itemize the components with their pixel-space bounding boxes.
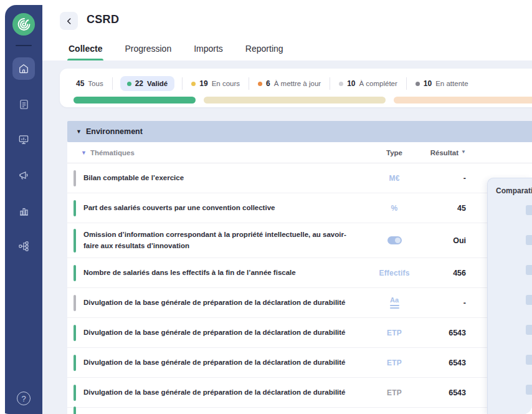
filter-label: À mettre à jour (274, 80, 321, 87)
filter-bar: 45 Tous 22 Validé 19 En cours (75, 76, 532, 91)
filter-label: En attente (435, 80, 468, 87)
result-cell: 456 (453, 269, 466, 277)
page-title: CSRD (87, 13, 119, 26)
row-label: Divulgation de la base générale de prépa… (76, 292, 369, 314)
progress-bar (74, 97, 532, 104)
tab-progression[interactable]: Progression (123, 39, 173, 60)
status-dot-orange (258, 82, 262, 86)
megaphone-icon (17, 169, 30, 181)
filter-en-attente[interactable]: 10 En attente (414, 77, 470, 90)
filter-divider (330, 77, 330, 90)
progress-segment-en-cours (204, 97, 386, 104)
skeleton-block (526, 235, 532, 245)
filter-count: 10 (347, 79, 355, 88)
row-label: Nombre de salariés dans les effectifs à … (76, 262, 369, 284)
progress-segment-a-mettre-a-jour (394, 97, 532, 104)
row-label: Divulgation de la base générale de prépa… (76, 352, 369, 373)
filter-en-cours[interactable]: 19 En cours (190, 77, 241, 90)
chevron-left-icon (65, 17, 74, 26)
status-dot-yellow (191, 82, 196, 86)
type-cell: % (391, 204, 398, 213)
skeleton-block (526, 355, 532, 365)
filter-divider (112, 77, 113, 90)
filter-divider (249, 77, 249, 90)
app-logo[interactable] (12, 12, 36, 36)
result-cell: - (463, 299, 466, 307)
type-cell: ETP (387, 329, 402, 337)
home-icon (17, 62, 30, 75)
row-label: Divulgation de la base générale de prépa… (76, 382, 369, 403)
tab-collecte[interactable]: Collecte (67, 39, 103, 60)
tab-reporting[interactable]: Reporting (244, 39, 285, 60)
progress-segment-valide (74, 97, 196, 104)
leaf-spiral-logo (12, 12, 36, 36)
tab-bar: Collecte Progression Imports Reporting (67, 39, 285, 60)
sidebar-item-announcements[interactable] (12, 164, 35, 186)
status-card: 45 Tous 22 Validé 19 En cours (60, 69, 532, 107)
sidebar-item-organization[interactable] (12, 235, 35, 258)
result-cell: - (463, 174, 466, 183)
filter-count: 10 (424, 79, 432, 88)
type-cell: M€ (389, 174, 399, 183)
section-environnement[interactable]: ▼ Environnement (67, 121, 532, 142)
result-cell: Oui (453, 236, 466, 245)
status-bar-green (74, 407, 76, 414)
result-cell: 6543 (449, 329, 466, 337)
comparatif-panel[interactable]: Comparatif (487, 178, 532, 414)
row-label: Divulgation de la base générale de prépa… (76, 322, 369, 344)
comparatif-title: Comparatif (488, 178, 532, 195)
sidebar-item-documents[interactable] (12, 93, 35, 115)
group-header-thematiques[interactable]: ▼ Thématiques (74, 149, 369, 156)
filter-divider (406, 77, 407, 90)
content-area: 45 Tous 22 Validé 19 En cours (42, 60, 532, 414)
filter-label: À compléter (359, 80, 397, 87)
table-row[interactable]: Divulgation de la base générale de prépa… (67, 348, 532, 378)
back-button[interactable] (60, 12, 78, 30)
sidebar: ? (5, 5, 42, 414)
toggle-knob (395, 238, 401, 243)
app-window: ? CSRD Collecte Progression Imports Repo… (0, 0, 532, 414)
sidebar-item-dashboard[interactable] (12, 128, 35, 151)
status-dot-light-gray (339, 82, 343, 86)
row-label: Bilan comptable de l’exercice (76, 168, 369, 189)
collapse-caret-icon: ▼ (81, 150, 87, 156)
table-row[interactable]: Omission d’information correspondant à l… (67, 223, 532, 258)
document-icon (18, 99, 30, 110)
filter-a-mettre-a-jour[interactable]: 6 À mettre à jour (257, 77, 322, 90)
table-row[interactable]: Divulgation de la base générale de prépa… (67, 318, 532, 348)
column-header-type: Type (386, 149, 402, 156)
skeleton-block (526, 295, 532, 305)
filter-a-completer[interactable]: 10 À compléter (338, 77, 399, 90)
dashboard-monitor-icon (17, 133, 30, 146)
table-row[interactable]: Bilan comptable de l’exercice M€ - (67, 163, 532, 193)
tab-imports[interactable]: Imports (192, 39, 224, 60)
result-cell: 6543 (449, 388, 466, 397)
table-row[interactable]: Divulgation de la base générale de prépa… (67, 288, 532, 318)
filter-tous[interactable]: 45 Tous (75, 77, 105, 90)
toggle-on-icon[interactable] (387, 236, 402, 244)
table-row[interactable]: Divulgation de la base générale de prépa… (67, 378, 532, 408)
sidebar-nav (12, 57, 35, 258)
table-row[interactable]: Part des salariés couverts par une conve… (67, 193, 532, 223)
section-title: Environnement (86, 127, 143, 136)
result-cell: 45 (457, 204, 466, 213)
sidebar-item-analytics[interactable] (12, 200, 35, 222)
table-row-partial[interactable] (67, 408, 532, 414)
filter-count: 19 (199, 79, 207, 88)
table-row[interactable]: Nombre de salariés dans les effectifs à … (67, 258, 532, 288)
sidebar-help[interactable]: ? (5, 392, 42, 405)
bar-chart-icon (18, 205, 30, 217)
filter-count: 45 (76, 79, 84, 88)
text-format-icon: Aa (390, 297, 399, 309)
result-cell: 6543 (449, 359, 466, 367)
column-header-result[interactable]: Résultat ▼ (419, 149, 466, 156)
sidebar-item-home[interactable] (12, 57, 35, 80)
status-dot-dark-gray (416, 82, 420, 86)
filter-count: 22 (135, 79, 143, 88)
sidebar-divider (16, 45, 32, 46)
sort-caret-icon: ▼ (461, 149, 466, 156)
row-label: Part des salariés couverts par une conve… (76, 198, 369, 219)
filter-valide[interactable]: 22 Validé (120, 76, 175, 91)
comparatif-skeletons (488, 205, 532, 395)
main-area: CSRD Collecte Progression Imports Report… (42, 0, 532, 414)
